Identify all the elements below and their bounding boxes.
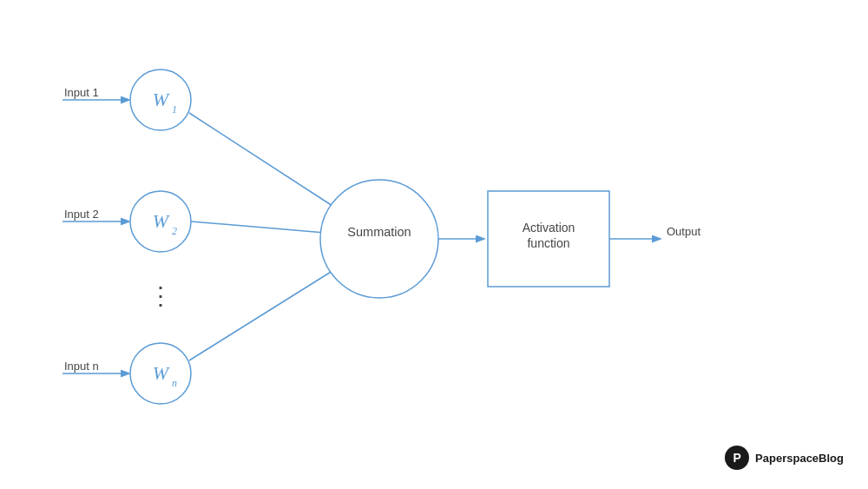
input1-label: Input 1 bbox=[64, 86, 99, 99]
weight1-sub: 1 bbox=[172, 103, 177, 116]
logo-icon-text: P bbox=[733, 451, 740, 465]
activation-label1: Activation bbox=[523, 221, 575, 235]
logo-text: PaperspaceBlog bbox=[755, 452, 844, 465]
weightn-sub: n bbox=[172, 377, 177, 389]
output-label: Output bbox=[667, 225, 700, 238]
input2-label: Input 2 bbox=[64, 208, 99, 221]
weightn-label: W bbox=[153, 362, 170, 384]
weight2-label: W bbox=[153, 210, 170, 232]
weight1-label: W bbox=[153, 89, 170, 110]
diagram: Input 1 W 1 Input 2 W 2 ⋮ Input n W n Su… bbox=[0, 0, 868, 489]
inputn-label: Input n bbox=[64, 360, 99, 373]
activation-label2: function bbox=[527, 236, 569, 250]
wn-to-sum bbox=[189, 261, 349, 360]
dots: ⋮ bbox=[148, 282, 173, 309]
weight2-sub: 2 bbox=[172, 225, 177, 237]
logo: P PaperspaceBlog bbox=[725, 446, 844, 470]
summation-circle bbox=[320, 180, 438, 298]
w1-to-sum bbox=[189, 113, 347, 215]
summation-label1: Summation bbox=[347, 225, 411, 239]
logo-icon: P bbox=[725, 446, 749, 470]
